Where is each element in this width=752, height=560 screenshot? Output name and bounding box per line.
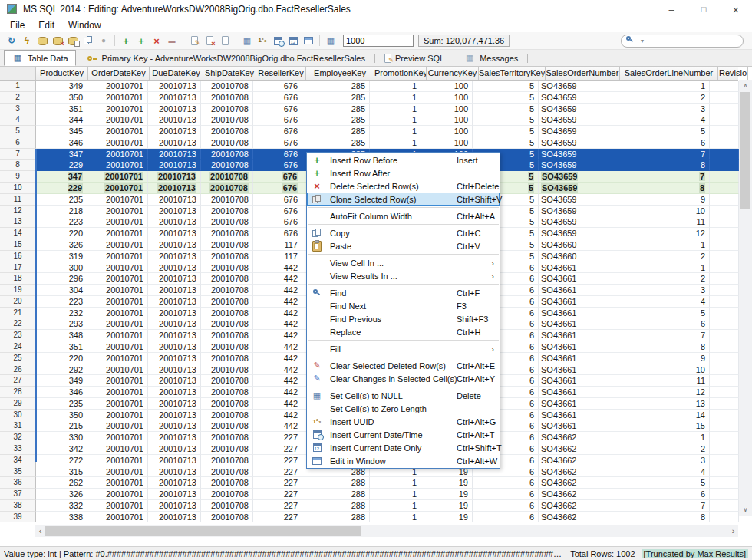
cell[interactable]: 20010708 [201, 341, 253, 353]
cell[interactable]: 20010701 [87, 137, 148, 149]
cell[interactable] [710, 477, 739, 489]
cell[interactable] [710, 137, 739, 149]
cell[interactable]: 20010701 [87, 477, 148, 489]
cell[interactable]: 676 [253, 171, 302, 183]
column-header-duedatekey[interactable]: DueDateKey [150, 67, 203, 80]
cell[interactable]: 442 [253, 375, 302, 387]
cell[interactable]: 20010701 [87, 296, 148, 308]
cell[interactable]: 288 [302, 477, 370, 489]
cell[interactable]: 3 [612, 285, 710, 296]
column-header-salesterritorykey[interactable]: SalesTerritoryKey [479, 67, 546, 80]
search-input[interactable]: ▾ [621, 35, 744, 48]
cell[interactable] [710, 443, 739, 455]
cell[interactable]: 20010701 [87, 420, 148, 432]
cell[interactable]: 227 [253, 512, 302, 523]
cell[interactable]: 20010713 [148, 160, 201, 171]
cell[interactable]: 20010713 [148, 410, 201, 421]
column-header-resellerkey[interactable]: ResellerKey [256, 67, 306, 80]
cell[interactable]: 20010701 [87, 330, 148, 341]
cell[interactable]: 20010701 [87, 432, 148, 443]
cell[interactable]: 20010713 [148, 330, 201, 341]
cell[interactable]: 7 [612, 171, 710, 183]
menu-item-view-cell-in[interactable]: View Cell In ...› [307, 256, 500, 269]
cell[interactable]: 20010701 [87, 353, 148, 364]
cell[interactable]: 11 [612, 375, 710, 387]
page-del-button[interactable] [202, 34, 217, 48]
cell[interactable]: 100 [421, 126, 473, 137]
cell[interactable]: 19 [421, 477, 473, 489]
cell[interactable]: 220 [36, 228, 87, 239]
db-rollback-button[interactable] [50, 34, 65, 48]
cell[interactable]: 442 [253, 330, 302, 341]
row-number[interactable]: 8 [0, 160, 36, 171]
cell[interactable]: 215 [36, 420, 87, 432]
cell[interactable]: 14 [612, 410, 710, 421]
max-rows-input[interactable] [343, 35, 414, 47]
cell[interactable]: 442 [253, 341, 302, 353]
cell[interactable]: SO43661 [539, 285, 612, 296]
cell[interactable]: 100 [421, 92, 473, 104]
cell[interactable]: 20010701 [87, 341, 148, 353]
insert-row-after-button[interactable]: + [134, 34, 149, 48]
cell[interactable]: 20010708 [201, 239, 253, 251]
row-number[interactable]: 36 [0, 477, 36, 489]
cell[interactable]: SO43661 [539, 375, 612, 387]
column-header-shipdatekey[interactable]: ShipDateKey [203, 67, 256, 80]
table-row[interactable]: 393382001070120010713200107082272881196S… [0, 512, 738, 523]
cell[interactable] [710, 364, 739, 376]
column-header-salesordernumber[interactable]: SalesOrderNumber [546, 67, 620, 80]
cell[interactable] [710, 341, 739, 353]
cell[interactable]: 20010708 [201, 387, 253, 398]
cell[interactable]: 20010713 [148, 455, 201, 466]
cell[interactable]: 20010713 [148, 81, 201, 92]
cell[interactable] [710, 160, 739, 171]
cell[interactable]: 20010701 [87, 375, 148, 387]
menu-item-find-previous[interactable]: Find PreviousShift+F3 [307, 312, 500, 325]
cell[interactable]: 2 [612, 92, 710, 104]
cell[interactable]: 20010708 [201, 262, 253, 274]
cell[interactable]: 315 [36, 466, 87, 478]
cell[interactable]: 5 [612, 308, 710, 319]
cell[interactable]: 5 [612, 477, 710, 489]
cell[interactable]: 349 [36, 81, 87, 92]
cell[interactable]: 20010708 [201, 398, 253, 410]
cell[interactable]: 1 [370, 126, 421, 137]
cell[interactable]: 20010701 [87, 216, 148, 228]
cell[interactable]: 345 [36, 126, 87, 137]
cell[interactable]: 676 [253, 183, 302, 194]
horizontal-scrollbar[interactable]: ‹ › [35, 525, 738, 537]
cell[interactable]: SO43659 [539, 194, 612, 206]
cell[interactable]: 347 [36, 171, 87, 183]
table-row[interactable]: 634620010701200107132001070867628511005S… [0, 137, 738, 149]
cell[interactable]: SO43659 [539, 171, 612, 183]
cell[interactable]: 442 [253, 262, 302, 274]
cell[interactable] [710, 375, 739, 387]
minimize-button[interactable]: – [655, 0, 688, 18]
column-header-orderdatekey[interactable]: OrderDateKey [88, 67, 150, 80]
cell[interactable]: 9 [612, 353, 710, 364]
cell[interactable]: 676 [253, 160, 302, 171]
cell[interactable]: 20010708 [201, 512, 253, 523]
cell[interactable] [710, 296, 739, 308]
cell[interactable]: 344 [36, 114, 87, 126]
cell[interactable]: 20010701 [87, 500, 148, 512]
cell[interactable]: 351 [36, 104, 87, 115]
menu-item-replace[interactable]: ReplaceCtrl+H [307, 325, 500, 338]
cell[interactable]: 351 [36, 341, 87, 353]
cell[interactable]: 20010701 [87, 318, 148, 330]
cell[interactable]: 20010713 [148, 398, 201, 410]
cell[interactable] [710, 104, 739, 115]
cell[interactable]: 20010701 [87, 308, 148, 319]
cell[interactable]: 1 [612, 239, 710, 251]
cell[interactable]: 20010701 [87, 364, 148, 376]
cell[interactable]: 442 [253, 387, 302, 398]
cell[interactable]: 342 [36, 443, 87, 455]
row-number[interactable]: 5 [0, 126, 36, 137]
cell[interactable]: 1 [370, 477, 421, 489]
cell[interactable]: 2 [612, 443, 710, 455]
cell[interactable]: 1 [370, 114, 421, 126]
cell[interactable]: SO43661 [539, 330, 612, 341]
row-number[interactable]: 30 [0, 410, 36, 421]
cell[interactable]: 330 [36, 432, 87, 443]
menu-item-clear-changes-in-selected-cell-s[interactable]: ✎Clear Changes in Selected Cell(s)Ctrl+A… [307, 372, 500, 385]
